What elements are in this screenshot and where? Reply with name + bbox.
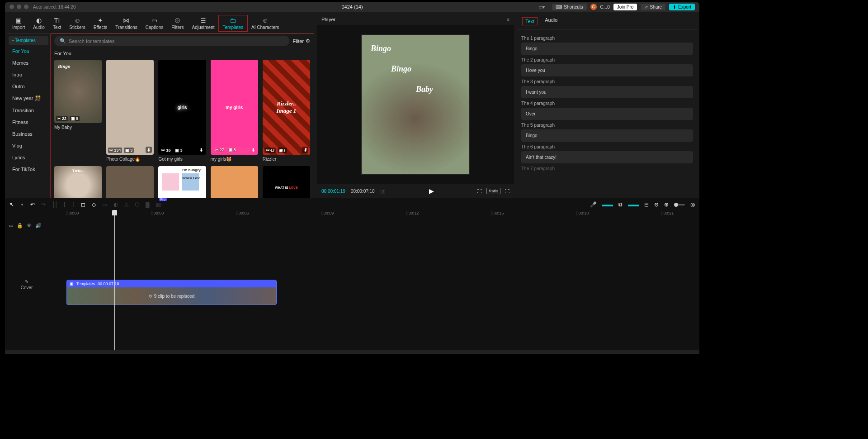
username[interactable]: C...0	[600, 5, 610, 10]
sidebar-header[interactable]: • Templates	[9, 36, 48, 45]
download-icon[interactable]: ⬇	[250, 147, 256, 153]
marker-tool[interactable]: ◇	[92, 201, 96, 208]
lock-icon[interactable]: 🔒	[17, 223, 23, 229]
sidebar-item-fitness[interactable]: Fitness	[9, 117, 48, 128]
template-card[interactable]: i am nawht worried	[106, 166, 154, 198]
template-card[interactable]: I'm hungry.. When I die..	[158, 166, 206, 198]
template-card[interactable]: Rizzler.. Image 1 ✂42▣1 ⬇ Rizzler	[263, 60, 310, 162]
share-button[interactable]: ↗ Share	[641, 4, 665, 10]
nav-filters[interactable]: ⦾Filters	[168, 16, 187, 31]
para-input-5[interactable]	[521, 129, 693, 142]
nav-import[interactable]: ▣Import	[9, 16, 28, 31]
timeline-tracks[interactable]: ▣ Templates 00:00:07:10 ⟳ 9 clip to be r…	[48, 219, 699, 350]
template-card[interactable]: ✂134▣3 ⬇ Photo Collage🔥	[106, 60, 154, 162]
redo-button[interactable]: ↷	[41, 201, 46, 208]
zoom-slider[interactable]	[674, 204, 685, 205]
autosave-label: Auto saved: 16:44:20	[33, 5, 76, 10]
align-icon[interactable]: ⊟	[644, 201, 649, 208]
sidebar-item-memes[interactable]: Memes	[9, 57, 48, 68]
para-input-1[interactable]	[521, 43, 693, 55]
avatar[interactable]: C	[590, 4, 597, 10]
tool-a[interactable]: ▭	[102, 201, 107, 208]
track-toggle-icon[interactable]: ▭	[9, 223, 13, 229]
nav-audio[interactable]: ◐Audio	[29, 16, 48, 31]
ratio-button[interactable]: Ratio	[486, 188, 500, 194]
sidebar-item-intro[interactable]: Intro	[9, 69, 48, 80]
player-menu-icon[interactable]: ≡	[507, 17, 509, 22]
nav-ai-characters[interactable]: ☺AI Characters	[248, 16, 283, 31]
audio-icon: ◐	[35, 17, 42, 24]
nav-effects[interactable]: ✦Effects	[90, 16, 111, 31]
nav-templates[interactable]: 🗀Templates	[219, 16, 247, 31]
play-button[interactable]: ▶	[429, 187, 434, 195]
tool-f[interactable]: ▦Pro	[156, 201, 161, 208]
playhead[interactable]	[114, 211, 115, 350]
split-tool[interactable]: ⎮⎮	[52, 201, 57, 208]
cover-button[interactable]: ✎ Cover	[21, 279, 33, 290]
template-card[interactable]: Bingo ✂22▣9 My Baby	[54, 60, 102, 162]
tool-dropdown[interactable]: ▼	[20, 203, 24, 207]
timeline-clip[interactable]: ▣ Templates 00:00:07:10 ⟳ 9 clip to be r…	[66, 280, 277, 305]
fit-icon[interactable]: ◎	[690, 201, 695, 208]
nav-text[interactable]: TIText	[49, 16, 65, 31]
magnet-on-icon[interactable]: ▬▬	[602, 201, 613, 208]
template-card[interactable]: my girls ✂27▣8 ⬇ my girls😻	[211, 60, 258, 162]
speaker-icon[interactable]: 🔊	[35, 223, 42, 229]
sidebar-item-tiktok[interactable]: For TikTok	[9, 164, 48, 175]
timeline-scrollbar[interactable]	[5, 350, 699, 354]
layout-button[interactable]: ▭▾	[535, 4, 548, 10]
join-pro-button[interactable]: Join Pro	[613, 4, 637, 10]
fullscreen-icon[interactable]: ⛶	[505, 189, 509, 194]
split-left[interactable]: ⌊	[64, 201, 66, 208]
para-label: The 3 paragraph	[521, 79, 693, 84]
tool-d[interactable]: ⬡	[135, 201, 139, 208]
sidebar-item-outro[interactable]: Outro	[9, 81, 48, 92]
template-card[interactable]	[211, 166, 258, 198]
shortcuts-button[interactable]: ⌨ Shortcuts	[552, 4, 586, 10]
para-input-3[interactable]	[521, 86, 693, 98]
pointer-tool[interactable]: ↖	[9, 201, 14, 208]
nav-stickers[interactable]: ☺Stickers	[66, 16, 89, 31]
video-preview[interactable]: Bingo Bingo Baby	[361, 34, 470, 175]
nav-captions[interactable]: ▭Captions	[142, 16, 167, 31]
template-card[interactable]: WHAT IS LOVE	[263, 166, 310, 198]
search-input[interactable]: 🔍Search for templates	[54, 36, 289, 46]
para-input-2[interactable]	[521, 64, 693, 76]
compare-icon[interactable]: ▯▯	[380, 189, 386, 194]
para-input-4[interactable]	[521, 108, 693, 120]
zoom-in-icon[interactable]: ⊕	[664, 201, 669, 208]
sidebar-item-vlog[interactable]: Vlog	[9, 140, 48, 151]
import-icon: ▣	[15, 17, 22, 24]
scan-icon[interactable]: ⛶	[477, 189, 482, 194]
sidebar-item-transition[interactable]: Transition	[9, 105, 48, 116]
nav-adjustment[interactable]: ☰Adjustment	[188, 16, 218, 31]
snap-icon[interactable]: ▬▬	[628, 201, 639, 208]
zoom-out-icon[interactable]: ⊖	[654, 201, 659, 208]
download-icon[interactable]: ⬇	[302, 147, 308, 153]
tab-text[interactable]: Text	[522, 17, 538, 25]
crop-tool[interactable]: ◻	[81, 201, 85, 208]
download-icon[interactable]: ⬇	[198, 147, 204, 153]
download-icon[interactable]: ⬇	[146, 147, 152, 153]
tab-audio[interactable]: Audio	[545, 17, 557, 25]
sidebar-item-lyrics[interactable]: Lyrics	[9, 152, 48, 163]
templates-icon: 🗀	[229, 17, 236, 24]
timeline-ruler[interactable]: | 00:00 | 00:03 | 00:06 | 00:09 | 00:12 …	[5, 211, 699, 219]
sidebar-item-for-you[interactable]: For You	[9, 46, 48, 57]
tool-e[interactable]: ▓	[146, 201, 150, 208]
filter-button[interactable]: Filter ⚙	[293, 38, 310, 44]
tool-c[interactable]: △	[124, 201, 128, 208]
template-card[interactable]: Twin.. ✂33▣1 ⬇ Gollum Twin	[54, 166, 102, 198]
export-button[interactable]: ⬆ Export	[669, 4, 695, 10]
tool-b[interactable]: ◐	[113, 201, 118, 208]
sidebar-item-newyear[interactable]: New year 🎊	[9, 93, 48, 104]
sidebar-item-business[interactable]: Business	[9, 129, 48, 139]
undo-button[interactable]: ↶	[30, 201, 35, 208]
para-input-6[interactable]	[521, 151, 693, 163]
link-icon[interactable]: ⧉	[618, 201, 623, 208]
eye-icon[interactable]: 👁	[27, 223, 32, 229]
nav-transitions[interactable]: ⋈Transitions	[112, 16, 141, 31]
mic-icon[interactable]: 🎤	[590, 201, 597, 208]
split-right[interactable]: ⌋	[72, 201, 75, 208]
template-card[interactable]: girls ✂16▣3 ⬇ Got my girls	[158, 60, 206, 162]
